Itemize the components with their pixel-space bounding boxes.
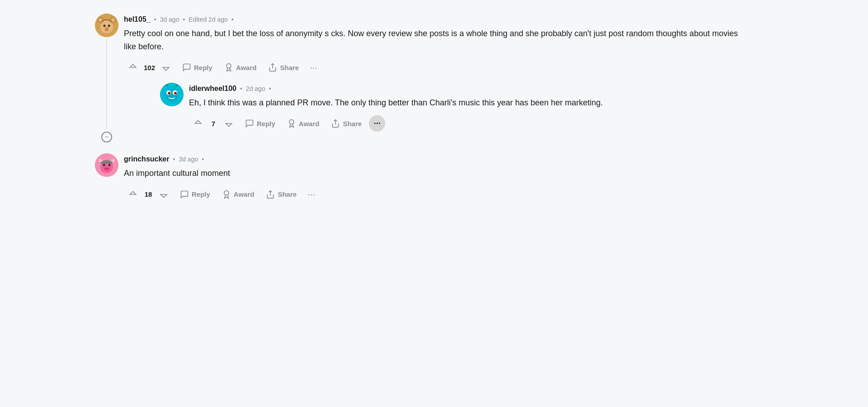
award-label-hel105: Award [236, 64, 257, 71]
share-button-hel105[interactable]: Share [264, 60, 303, 75]
comment-body-grinchsucker: grinchsucker • 3d ago • An important cul… [124, 153, 773, 202]
svg-point-3 [99, 18, 102, 22]
reply-icon-idler [245, 119, 254, 128]
share-icon-grinch [266, 190, 275, 199]
comment-header-grinchsucker: grinchsucker • 3d ago • [124, 155, 773, 163]
share-label-hel105: Share [280, 64, 299, 71]
upvote-button-hel105[interactable] [124, 60, 142, 75]
timestamp-idlerwheel: 2d ago [246, 85, 265, 92]
upvote-icon [128, 63, 137, 72]
svg-point-8 [105, 28, 108, 30]
action-bar-grinchsucker: 18 Reply [124, 186, 773, 202]
svg-point-34 [103, 164, 105, 166]
timestamp-grinchsucker: 3d ago [179, 156, 198, 163]
avatar-idlerwheel [160, 83, 184, 106]
reply-button-hel105[interactable]: Reply [178, 60, 217, 75]
share-label-grinchsucker: Share [278, 190, 297, 198]
collapse-button-hel105[interactable]: − [101, 132, 112, 142]
more-button-grinchsucker[interactable]: ··· [304, 186, 319, 202]
award-button-idlerwheel[interactable]: Award [283, 116, 324, 131]
avatar-art-idlerwheel [160, 83, 184, 106]
svg-point-6 [104, 25, 106, 27]
award-icon [224, 63, 233, 72]
avatar-art-hel105 [95, 14, 118, 37]
svg-rect-36 [101, 162, 113, 164]
username-hel105[interactable]: hel105_ [124, 15, 151, 24]
more-icon-idlerwheel: ··· [374, 119, 381, 128]
upvote-icon-grinch [128, 190, 137, 199]
downvote-button-grinchsucker[interactable] [155, 187, 173, 202]
reply-icon-grinch [180, 190, 189, 199]
reply-label-idlerwheel: Reply [257, 120, 275, 128]
svg-point-33 [107, 168, 108, 170]
edited-hel105: Edited 2d ago [189, 16, 227, 23]
more-icon-grinchsucker: ··· [307, 189, 315, 199]
award-icon-grinch [222, 190, 231, 199]
share-button-idlerwheel[interactable]: Share [326, 116, 366, 131]
timestamp-hel105: 3d ago [160, 16, 179, 23]
vote-group-idlerwheel: 7 [189, 116, 238, 131]
share-label-idlerwheel: Share [343, 120, 362, 128]
reply-button-idlerwheel[interactable]: Reply [241, 116, 280, 131]
thread-line-hel105 [106, 39, 107, 128]
collapse-icon: − [104, 133, 108, 141]
upvote-button-idlerwheel[interactable] [189, 116, 207, 131]
svg-point-17 [169, 92, 170, 94]
downvote-button-idlerwheel[interactable] [220, 116, 238, 131]
action-bar-hel105: 102 Reply [124, 60, 773, 76]
comment-left-grinchsucker [95, 153, 118, 202]
reply-label-hel105: Reply [194, 64, 212, 71]
award-label-grinchsucker: Award [234, 190, 255, 198]
svg-point-23 [289, 120, 294, 124]
action-bar-idlerwheel: 7 Reply [189, 115, 773, 132]
comment-body-idlerwheel: idlerwheel100 • 2d ago • Eh, I think thi… [189, 83, 773, 132]
share-icon-idler [331, 119, 340, 128]
upvote-button-grinchsucker[interactable] [124, 187, 142, 202]
share-button-grinchsucker[interactable]: Share [261, 187, 301, 202]
nested-comment-idlerwheel: idlerwheel100 • 2d ago • Eh, I think thi… [160, 83, 773, 132]
award-button-grinchsucker[interactable]: Award [217, 187, 259, 202]
username-grinchsucker[interactable]: grinchsucker [124, 155, 169, 163]
share-icon [268, 63, 277, 72]
more-button-idlerwheel[interactable]: ··· [369, 115, 385, 132]
vote-count-grinchsucker: 18 [144, 190, 153, 198]
comment-text-idlerwheel: Eh, I think this was a planned PR move. … [189, 96, 773, 109]
comment-body-hel105: hel105_ • 3d ago • Edited 2d ago • Prett… [124, 14, 773, 142]
svg-point-4 [111, 18, 115, 22]
svg-point-7 [108, 25, 110, 27]
svg-point-5 [100, 21, 113, 33]
more-button-hel105[interactable]: ··· [306, 60, 321, 76]
award-button-hel105[interactable]: Award [220, 60, 261, 75]
upvote-icon-idler [193, 119, 203, 128]
downvote-button-hel105[interactable] [157, 60, 175, 75]
svg-point-9 [226, 64, 231, 68]
more-icon-hel105: ··· [310, 62, 317, 72]
downvote-icon-idler [224, 119, 233, 128]
svg-point-37 [224, 190, 229, 195]
vote-group-grinchsucker: 18 [124, 187, 173, 202]
award-icon-idler [287, 119, 296, 128]
downvote-icon [161, 63, 170, 72]
comment-text-grinchsucker: An important cultural moment [124, 167, 748, 180]
comment-thread: − hel105_ • 3d ago • Edited 2d ago • Pre… [95, 9, 773, 218]
avatar-grinchsucker [95, 153, 118, 177]
avatar-hel105 [95, 14, 118, 37]
svg-point-22 [176, 84, 178, 86]
comment-idlerwheel: idlerwheel100 • 2d ago • Eh, I think thi… [160, 83, 773, 132]
vote-count-idlerwheel: 7 [209, 120, 218, 128]
comment-grinchsucker: grinchsucker • 3d ago • An important cul… [95, 153, 773, 202]
svg-point-18 [175, 92, 177, 94]
comment-header-hel105: hel105_ • 3d ago • Edited 2d ago • [124, 15, 773, 24]
username-idlerwheel[interactable]: idlerwheel100 [189, 85, 236, 93]
comment-header-idlerwheel: idlerwheel100 • 2d ago • [189, 85, 773, 93]
comment-text-hel105: Pretty cool on one hand, but I bet the l… [124, 27, 748, 53]
award-label-idlerwheel: Award [299, 120, 320, 128]
vote-count-hel105: 102 [144, 64, 155, 71]
avatar-art-grinchsucker [95, 153, 118, 177]
reply-button-grinchsucker[interactable]: Reply [175, 187, 215, 202]
reply-label-grinchsucker: Reply [192, 190, 210, 198]
svg-point-35 [108, 164, 111, 166]
reply-icon [182, 63, 191, 72]
comment-left-hel105: − [95, 14, 118, 142]
comment-left-idlerwheel [160, 83, 184, 132]
